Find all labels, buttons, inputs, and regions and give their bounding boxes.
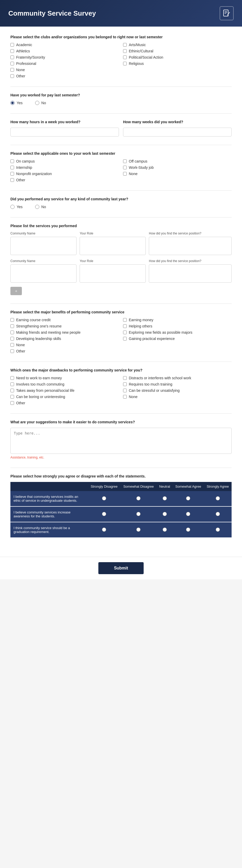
likert-r2-sd-radio[interactable] [102, 512, 106, 516]
checkbox-exploring-fields-input[interactable] [123, 331, 127, 334]
your-role-1-input[interactable] [80, 237, 146, 255]
radio-yes-q5[interactable]: Yes [10, 205, 23, 209]
likert-r3-sa[interactable] [204, 522, 232, 538]
checkbox-other-q1[interactable]: Other [10, 74, 119, 78]
community-name-2-input[interactable] [10, 265, 76, 283]
likert-r1-swa[interactable] [173, 491, 204, 506]
checkbox-athletics[interactable]: Athletics [10, 49, 119, 53]
checkbox-earning-money-input[interactable] [123, 318, 127, 322]
likert-r2-swgd[interactable] [120, 506, 157, 522]
q9-textarea[interactable] [10, 428, 232, 454]
likert-r3-sa-radio[interactable] [216, 528, 220, 532]
likert-r2-sa[interactable] [204, 506, 232, 522]
likert-r1-sd-radio[interactable] [102, 496, 106, 500]
community-name-1-input[interactable] [10, 237, 76, 255]
radio-yes-q5-input[interactable] [10, 205, 14, 209]
checkbox-commuting[interactable]: Involves too much commuting [10, 382, 119, 386]
checkbox-other-q4-input[interactable] [10, 178, 14, 182]
checkbox-distracts[interactable]: Distracts or interferes with school work [123, 376, 232, 380]
checkbox-earning-credit-input[interactable] [10, 318, 14, 322]
your-role-2-input[interactable] [80, 265, 146, 283]
likert-r3-sd[interactable] [88, 522, 120, 538]
checkbox-none-q4[interactable]: None [123, 172, 232, 176]
add-row-button[interactable]: + [10, 287, 22, 295]
likert-r3-swgd-radio[interactable] [136, 528, 140, 532]
likert-r1-sa-radio[interactable] [216, 496, 220, 500]
checkbox-none-q1[interactable]: None [10, 68, 119, 72]
checkbox-exploring-fields[interactable]: Exploring new fields as possible majors [123, 330, 232, 335]
checkbox-earning-money[interactable]: Earning money [123, 318, 232, 322]
q3b-input[interactable] [123, 128, 232, 136]
checkbox-helping-others-input[interactable] [123, 324, 127, 328]
checkbox-political-input[interactable] [123, 56, 127, 59]
checkbox-on-campus[interactable]: On campus [10, 159, 119, 163]
checkbox-practical-exp[interactable]: Gaining practical experience [123, 337, 232, 341]
checkbox-helping-others[interactable]: Helping others [123, 324, 232, 328]
checkbox-nonprofit[interactable]: Nonprofit organization [10, 172, 119, 176]
checkbox-political[interactable]: Political/Social Action [123, 55, 232, 59]
checkbox-fraternity[interactable]: Fraternity/Sorority [10, 55, 119, 59]
checkbox-nonprofit-input[interactable] [10, 172, 14, 176]
checkbox-making-friends-input[interactable] [10, 331, 14, 334]
submit-button[interactable]: Submit [98, 562, 144, 574]
checkbox-too-much-training-input[interactable] [123, 382, 127, 386]
checkbox-practical-exp-input[interactable] [123, 337, 127, 340]
checkbox-work-study-input[interactable] [123, 166, 127, 169]
checkbox-none-q8[interactable]: None [123, 395, 232, 399]
likert-r1-swgd[interactable] [120, 491, 157, 506]
checkbox-strengthening-resume[interactable]: Strengthening one's resume [10, 324, 119, 328]
likert-r2-n[interactable] [157, 506, 173, 522]
checkbox-work-study[interactable]: Work-Study job [123, 165, 232, 169]
radio-no-q5-input[interactable] [35, 205, 39, 209]
checkbox-making-friends[interactable]: Making friends and meeting new people [10, 330, 119, 335]
checkbox-need-to-work-input[interactable] [10, 376, 14, 380]
checkbox-professional[interactable]: Professional [10, 61, 119, 66]
checkbox-other-q8[interactable]: Other [10, 401, 119, 405]
checkbox-ethnic-cultural[interactable]: Ethinic/Cultural [123, 49, 232, 53]
checkbox-other-q8-input[interactable] [10, 401, 14, 405]
likert-r3-n-radio[interactable] [163, 528, 167, 532]
checkbox-none-q7[interactable]: None [10, 343, 119, 347]
checkbox-off-campus[interactable]: Off campus [123, 159, 232, 163]
find-position-2-input[interactable] [149, 265, 232, 283]
likert-r3-swgd[interactable] [120, 522, 157, 538]
checkbox-internship[interactable]: Internship [10, 165, 119, 169]
checkbox-boring-input[interactable] [10, 395, 14, 399]
q3a-input[interactable] [10, 128, 119, 136]
checkbox-off-campus-input[interactable] [123, 159, 127, 163]
checkbox-internship-input[interactable] [10, 166, 14, 169]
likert-r2-n-radio[interactable] [163, 512, 167, 516]
radio-yes-q2[interactable]: Yes [10, 101, 23, 105]
checkbox-academic[interactable]: Academic [10, 43, 119, 47]
radio-no-q2-input[interactable] [35, 101, 39, 105]
checkbox-commuting-input[interactable] [10, 382, 14, 386]
likert-r3-swa[interactable] [173, 522, 204, 538]
likert-r1-sd[interactable] [88, 491, 120, 506]
checkbox-none-q4-input[interactable] [123, 172, 127, 176]
checkbox-other-q7-input[interactable] [10, 349, 14, 353]
checkbox-ethnic-cultural-input[interactable] [123, 49, 127, 53]
checkbox-takes-away[interactable]: Takes away from personal/social life [10, 389, 119, 393]
radio-no-q2[interactable]: No [35, 101, 46, 105]
likert-r1-swa-radio[interactable] [186, 496, 190, 500]
likert-r2-sd[interactable] [88, 506, 120, 522]
radio-no-q5[interactable]: No [35, 205, 46, 209]
checkbox-none-q7-input[interactable] [10, 343, 14, 347]
checkbox-boring[interactable]: Can be boring or uninteresting [10, 395, 119, 399]
likert-r2-swgd-radio[interactable] [136, 512, 140, 516]
likert-r2-swa[interactable] [173, 506, 204, 522]
find-position-1-input[interactable] [149, 237, 232, 255]
checkbox-leadership[interactable]: Developing leadership skills [10, 337, 119, 341]
likert-r3-swa-radio[interactable] [186, 528, 190, 532]
checkbox-athletics-input[interactable] [10, 49, 14, 53]
likert-r1-n-radio[interactable] [163, 496, 167, 500]
checkbox-other-q4[interactable]: Other [10, 178, 119, 182]
checkbox-academic-input[interactable] [10, 43, 14, 46]
checkbox-religious[interactable]: Religious [123, 61, 232, 66]
likert-r2-sa-radio[interactable] [216, 512, 220, 516]
checkbox-none-q1-input[interactable] [10, 68, 14, 72]
checkbox-arts-music-input[interactable] [123, 43, 127, 46]
checkbox-fraternity-input[interactable] [10, 56, 14, 59]
likert-r3-sd-radio[interactable] [102, 528, 106, 532]
checkbox-distracts-input[interactable] [123, 376, 127, 380]
